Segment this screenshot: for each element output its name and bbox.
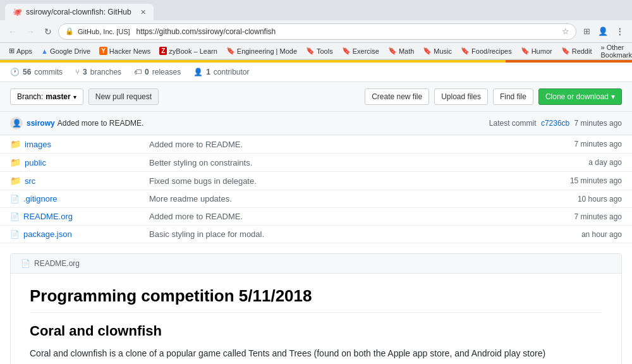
- find-file-button[interactable]: Find file: [493, 88, 533, 105]
- file-name-readme[interactable]: 📄 README.org: [10, 212, 149, 221]
- readme-h1: Programming competition 5/11/2018: [30, 286, 602, 313]
- file-desc-package: Basic styling in place for modal.: [149, 229, 546, 239]
- file-name-label: package.json: [23, 229, 72, 239]
- menu-button[interactable]: ⋮: [612, 24, 627, 39]
- commit-hash-label: Latest commit: [489, 119, 537, 128]
- bookmark-tools[interactable]: 🔖 Tools: [302, 46, 337, 56]
- file-name-label: .gitignore: [23, 194, 57, 203]
- forward-button[interactable]: →: [23, 24, 38, 39]
- food-label: Food/recipes: [471, 47, 512, 55]
- branches-count: 3: [83, 68, 87, 76]
- tab-close-icon[interactable]: ✕: [140, 8, 146, 16]
- music-label: Music: [434, 47, 452, 55]
- bookmark-food[interactable]: 🔖 Food/recipes: [457, 46, 516, 56]
- bookmark-apps[interactable]: ⊞ Apps: [5, 46, 36, 56]
- bookmark-zybook[interactable]: Z zyBook – Learn: [155, 46, 221, 56]
- create-new-file-button[interactable]: Create new file: [365, 88, 429, 105]
- clone-download-label: Clone or download: [545, 92, 609, 101]
- file-time-public: a day ago: [546, 158, 622, 167]
- humor-icon: 🔖: [521, 47, 530, 55]
- readme-header: 📄 README.org: [11, 254, 621, 274]
- commits-stat: 🕐 56 commits: [10, 68, 63, 76]
- file-desc-images: Added more to README.: [149, 140, 546, 149]
- site-label: GitHub, Inc. [US]: [78, 28, 130, 35]
- upload-files-button[interactable]: Upload files: [434, 88, 488, 105]
- math-label: Math: [399, 47, 414, 55]
- bookmark-exercise[interactable]: 🔖 Exercise: [338, 46, 383, 56]
- commit-meta: Latest commit c7236cb 7 minutes ago: [489, 119, 622, 128]
- file-name-src[interactable]: 📁 src: [10, 176, 149, 186]
- tools-icon: 🔖: [306, 47, 315, 55]
- bookmark-hacker-news[interactable]: Y Hacker News: [95, 46, 154, 56]
- branch-button[interactable]: Branch: master ▾: [10, 88, 83, 105]
- reload-button[interactable]: ↻: [40, 24, 56, 39]
- commit-time: 7 minutes ago: [574, 119, 622, 128]
- profile-button[interactable]: 👤: [595, 24, 611, 39]
- active-tab[interactable]: 🐙 ssirowy/coral-clownfish: GitHub ✕: [5, 4, 154, 20]
- commits-count: 56: [23, 68, 31, 76]
- repo-toolbar: Branch: master ▾ New pull request Create…: [0, 82, 632, 112]
- star-icon[interactable]: ☆: [562, 27, 569, 36]
- hn-label: Hacker News: [109, 47, 150, 55]
- file-name-label: public: [25, 158, 46, 167]
- zy-label: zyBook – Learn: [169, 47, 217, 55]
- commit-username[interactable]: ssirowy: [27, 119, 55, 128]
- folder-icon: 📁: [10, 139, 21, 149]
- file-time-package: an hour ago: [546, 230, 622, 239]
- other-bookmarks[interactable]: » Other Bookmarks: [597, 43, 632, 59]
- readme-section: 📄 README.org Programming competition 5/1…: [10, 253, 622, 364]
- contributors-count: 1: [206, 68, 210, 76]
- commit-message: Added more to README.: [58, 119, 144, 128]
- tab-bar: 🐙 ssirowy/coral-clownfish: GitHub ✕: [0, 0, 632, 20]
- tab-title: ssirowy/coral-clownfish: GitHub: [26, 8, 131, 16]
- bookmark-engineering[interactable]: 🔖 Engineering | Mode: [222, 46, 301, 56]
- file-name-public[interactable]: 📁 public: [10, 157, 149, 167]
- commits-label: commits: [34, 68, 63, 76]
- table-row: 📄 .gitignore More readme updates. 10 hou…: [0, 190, 632, 208]
- address-bar[interactable]: 🔒 GitHub, Inc. [US] https://github.com/s…: [58, 23, 576, 40]
- file-icon: 📄: [10, 195, 20, 203]
- bookmark-math[interactable]: 🔖 Math: [384, 46, 418, 56]
- reddit-icon: 🔖: [561, 47, 570, 55]
- repo-stats: 🕐 56 commits ⑂ 3 branches 🏷 0 releases 👤…: [0, 63, 632, 82]
- eng-icon: 🔖: [226, 47, 235, 55]
- drive-label: Google Drive: [50, 47, 90, 55]
- clone-download-button[interactable]: Clone or download ▾: [538, 88, 622, 105]
- toolbar-right: Create new file Upload files Find file C…: [365, 88, 622, 105]
- contributors-stat: 👤 1 contributor: [193, 68, 249, 76]
- file-name-package[interactable]: 📄 package.json: [10, 229, 149, 239]
- table-row: 📄 README.org Added more to README. 7 min…: [0, 208, 632, 226]
- back-button[interactable]: ←: [5, 24, 20, 39]
- folder-icon: 📁: [10, 176, 21, 186]
- exercise-label: Exercise: [353, 47, 379, 55]
- commit-row: 👤 ssirowy Added more to README. Latest c…: [0, 112, 632, 135]
- reddit-label: Reddit: [572, 47, 592, 55]
- releases-label: releases: [152, 68, 181, 76]
- commit-avatar: 👤: [10, 117, 23, 130]
- zy-icon: Z: [159, 47, 167, 55]
- file-time-gitignore: 10 hours ago: [546, 195, 622, 203]
- create-new-file-label: Create new file: [372, 92, 422, 101]
- file-table: 📁 images Added more to README. 7 minutes…: [0, 135, 632, 243]
- find-file-label: Find file: [500, 92, 526, 101]
- nav-bar: ← → ↻ 🔒 GitHub, Inc. [US] https://github…: [0, 20, 632, 43]
- bookmark-humor[interactable]: 🔖 Humor: [517, 46, 556, 56]
- bookmark-reddit[interactable]: 🔖 Reddit: [557, 46, 596, 56]
- hn-icon: Y: [99, 47, 107, 55]
- commits-icon: 🕐: [10, 68, 20, 76]
- avatar-icon: 👤: [12, 119, 21, 128]
- file-name-images[interactable]: 📁 images: [10, 139, 149, 149]
- contributors-label: contributor: [214, 68, 250, 76]
- branch-arrow-icon: ▾: [73, 94, 76, 100]
- file-name-gitignore[interactable]: 📄 .gitignore: [10, 194, 149, 203]
- bookmark-music[interactable]: 🔖 Music: [419, 46, 456, 56]
- new-pull-request-button[interactable]: New pull request: [88, 88, 159, 105]
- bookmark-google-drive[interactable]: ▲ Google Drive: [37, 46, 94, 56]
- file-icon: 📄: [10, 230, 20, 239]
- commit-hash[interactable]: c7236cb: [541, 119, 569, 128]
- readme-body: Programming competition 5/11/2018 Coral …: [11, 274, 621, 364]
- extensions-button[interactable]: ⊞: [579, 24, 594, 39]
- food-icon: 🔖: [461, 47, 470, 55]
- readme-file-icon: 📄: [21, 259, 30, 268]
- secure-icon: 🔒: [65, 27, 74, 35]
